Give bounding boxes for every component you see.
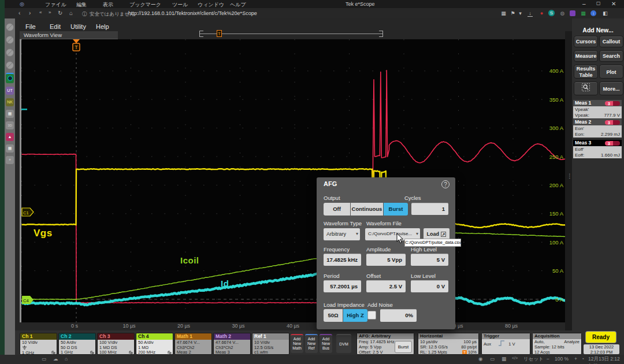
reset-zoom-button[interactable]: リセット	[523, 356, 544, 363]
incognito-icon[interactable]: ◍	[558, 10, 567, 16]
meas1-body[interactable]: Vpeak' Vpeak:777.9 V	[573, 106, 622, 118]
extension-purple-icon[interactable]	[570, 10, 575, 16]
cloud-icon[interactable]: ☁	[53, 356, 58, 362]
ready-status-button[interactable]: Ready	[586, 332, 616, 343]
tab-peak-icon[interactable]: ▲	[6, 133, 14, 141]
cursors-button[interactable]: Cursors	[574, 36, 598, 47]
tab-globe-icon[interactable]	[6, 36, 14, 44]
results-table-button[interactable]: Results Table	[574, 65, 598, 79]
refresh-icon[interactable]: ↻	[58, 10, 62, 16]
overview-right-bracket[interactable]	[379, 31, 383, 37]
impedance-highz-button[interactable]: High Z	[343, 309, 367, 322]
tab-waveform-view[interactable]: Waveform View	[20, 31, 118, 39]
window-status-icon[interactable]: ▭	[490, 356, 495, 362]
browser-logo-icon[interactable]: ◎	[20, 1, 24, 7]
tab-3d-icon[interactable]: 3D	[6, 121, 14, 129]
period-input[interactable]: 57.2001 µs	[324, 280, 361, 292]
add-new-bus-button[interactable]: Add New Bus	[320, 334, 332, 353]
meas2-header[interactable]: Meas 23	[573, 119, 622, 125]
meas2-count-badge[interactable]: 3	[605, 120, 620, 125]
home-icon[interactable]: ⌂	[69, 10, 73, 16]
meas3-header[interactable]: Meas 33	[573, 140, 622, 146]
prev-tab-icon[interactable]: «	[39, 10, 42, 15]
measure-button[interactable]: Measure	[574, 50, 598, 62]
afg-badge[interactable]: AFG: Arbitrary Freq: 17.4825 kHz Amp: 5 …	[356, 333, 414, 355]
trigger-marker[interactable]: T	[73, 39, 80, 51]
close-button[interactable]: ✕	[611, 1, 616, 7]
add-new-ref-button[interactable]: Add New Ref	[305, 334, 318, 353]
tab-nk-icon[interactable]: NK	[6, 98, 14, 106]
panel-splitter[interactable]: ⋮	[565, 31, 572, 330]
image-icon[interactable]: ▦	[502, 356, 506, 362]
meas3-count-badge[interactable]: 3	[605, 141, 620, 146]
tab-grid-icon[interactable]: ▦	[6, 144, 14, 153]
back-icon[interactable]: ‹	[18, 10, 20, 16]
search-button[interactable]: Search	[599, 50, 623, 62]
panel-toggle-icon[interactable]: ▭	[42, 356, 46, 362]
snapshot-icon[interactable]: ◉	[478, 356, 482, 362]
high-level-input[interactable]: 5 V	[411, 254, 448, 266]
channel-badge-ch1[interactable]: Ch 1 10 V/div1 GHz	[20, 333, 57, 355]
zoom-mode-button[interactable]	[574, 81, 598, 95]
horizontal-overview-bar[interactable]: T	[199, 30, 383, 38]
acquisition-badge[interactable]: Acquisition Auto,Analyze Sample: 12 bits…	[532, 333, 582, 355]
add-new-math-button[interactable]: Add New Math	[291, 334, 303, 353]
tab-pages-icon[interactable]: ▦	[6, 110, 14, 118]
channel-marker-c1[interactable]: C1	[22, 208, 34, 216]
app-menu-edit[interactable]: Edit	[50, 23, 61, 30]
noise-percent-input[interactable]: 0%	[380, 309, 417, 322]
afg-dialog[interactable]: AFG ? Output Cycles Off Continuous Burst…	[317, 177, 455, 329]
zoom-in-button[interactable]: +	[574, 356, 577, 362]
info-icon[interactable]: ⓘ	[82, 11, 87, 18]
math-badge-math2[interactable]: Math 2 47.6674 V...Ch3*Ch2Meas 3	[213, 333, 251, 355]
tab-ut-icon[interactable]: UT	[6, 87, 14, 95]
home-status-icon[interactable]: ⌂	[65, 356, 68, 362]
waveform-canvas[interactable]: T C1 C4 400 A350 A300 A250 A200 A150 A10…	[21, 39, 565, 322]
extensions-puzzle-icon[interactable]: ◧	[601, 10, 610, 16]
channel-badge-ch4[interactable]: Ch 4 50 A/div1 MΩ200 MHz	[136, 333, 173, 355]
plot-button[interactable]: Plot	[599, 65, 623, 79]
afg-burst-button[interactable]: Burst	[395, 341, 412, 353]
frequency-input[interactable]: 17.4825 kHz	[324, 254, 361, 266]
dvm-button[interactable]: DVM	[336, 334, 351, 353]
channel-badge-ch2[interactable]: Ch 2 50 A/div50 Ω DS1 GHz	[58, 333, 96, 355]
tab-globe-icon[interactable]	[6, 61, 14, 69]
next-tab-icon[interactable]: »	[49, 10, 51, 15]
code-icon[interactable]: </>	[512, 356, 518, 360]
waveform-plot[interactable]: T C1 C4 400 A350 A300 A250 A200 A150 A10…	[20, 39, 565, 322]
output-continuous-button[interactable]: Continuous	[351, 203, 383, 216]
callout-button[interactable]: Callout	[599, 36, 623, 47]
trigger-badge[interactable]: Trigger Aux 1 V	[481, 333, 530, 355]
horizontal-badge[interactable]: Horizontal 10 µs/div100 µs SR: 12.5 GS/s…	[418, 333, 479, 355]
add-noise-checkbox[interactable]	[367, 311, 376, 320]
new-tab-button[interactable]: +	[6, 156, 14, 164]
help-icon[interactable]: ?	[441, 180, 450, 188]
app-menu-utility[interactable]: Utility	[70, 23, 86, 30]
address-bar[interactable]: http://192.168.0.101/Tektronix#/client/c…	[128, 10, 257, 16]
channel-badge-ch3[interactable]: Ch 3 100 V/div1 MΩ DS100 MHz	[97, 333, 135, 355]
output-burst-button[interactable]: Burst	[384, 203, 408, 216]
zoom-level-label[interactable]: 100 %	[555, 356, 569, 362]
low-level-input[interactable]: 0 V	[411, 280, 448, 292]
chevron-down-icon[interactable]: ▾	[516, 10, 525, 16]
zoom-out-button[interactable]: −	[547, 356, 549, 362]
meas1-count-badge[interactable]: 3	[605, 101, 620, 106]
ref-badge-ref1[interactable]: Ref 1 10 V/div12.5 GS/sc1.wfm	[252, 333, 289, 355]
tab-active-scope-icon[interactable]	[6, 73, 14, 83]
app-menu-help[interactable]: Help	[96, 23, 109, 30]
tile-view-icon[interactable]: ▦	[499, 10, 508, 16]
extension-blue-icon[interactable]: ↓	[590, 10, 596, 16]
cycles-input[interactable]: 1	[411, 203, 448, 215]
channel-marker-c2-tick[interactable]	[21, 109, 27, 110]
math-badge-math1[interactable]: Math 1 47.6674 V...Ch3*Ch2Meas 2	[174, 333, 212, 355]
forward-icon[interactable]: ›	[29, 10, 31, 16]
extension-red-icon[interactable]: ●	[537, 10, 546, 16]
overview-trigger-icon[interactable]: T	[217, 30, 222, 37]
extension-green-icon[interactable]: ▦	[579, 10, 588, 16]
more-button[interactable]: More...	[599, 81, 623, 95]
download-icon[interactable]: ↓	[528, 10, 533, 17]
maximize-button[interactable]: ▢	[596, 1, 601, 6]
minimize-button[interactable]: –	[582, 1, 586, 7]
tab-globe-icon[interactable]	[6, 23, 14, 31]
impedance-50ohm-button[interactable]: 50Ω	[324, 309, 343, 322]
